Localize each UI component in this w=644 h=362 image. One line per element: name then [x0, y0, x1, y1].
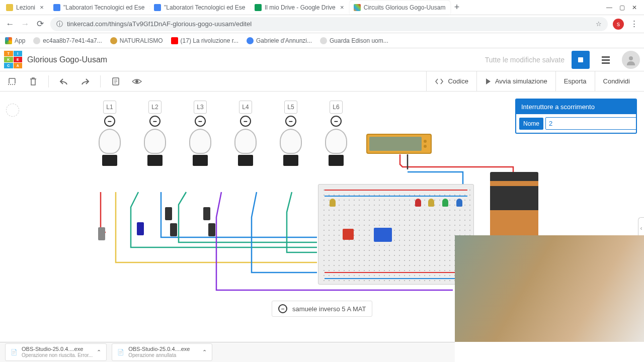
schematic-view-button[interactable] — [597, 51, 615, 69]
bulb-l4[interactable]: L4– — [234, 101, 257, 169]
bookmark-item[interactable]: NATURALISMO — [110, 37, 163, 44]
forward-icon[interactable]: → — [20, 19, 30, 29]
window-controls: — ▢ ✕ — [601, 4, 642, 11]
slide-switch-component[interactable] — [170, 223, 177, 236]
download-item[interactable]: 📄 OBS-Studio-25.0.4....exeOperazione non… — [5, 343, 107, 361]
tab-lab2[interactable]: "Laboratori Tecnologici ed Ese × — [150, 1, 251, 15]
tab-title: Circuits Glorious Gogo-Uusam — [364, 4, 446, 11]
bookmark-icon — [110, 37, 117, 44]
multimeter-component[interactable] — [366, 134, 432, 154]
minus-icon[interactable]: – — [195, 116, 206, 127]
bookmark-item[interactable]: ec4aa8b7-7e41-4a7... — [33, 37, 102, 44]
dip-switch-component[interactable] — [374, 228, 392, 242]
notes-icon[interactable] — [110, 75, 122, 87]
profile-avatar[interactable]: s — [613, 19, 624, 30]
menu-icon[interactable]: ⋮ — [629, 19, 639, 29]
owner-annotation[interactable]: – samuele inverso 5 A MAT — [272, 301, 372, 317]
url-input[interactable]: ⓘ tinkercad.com/things/aTv9Gf1DnAF-glori… — [50, 17, 608, 31]
file-icon: 📄 — [117, 349, 124, 355]
export-button[interactable]: Esporta — [555, 71, 595, 92]
slide-switch-component[interactable] — [165, 207, 172, 220]
bookmarks-bar: App ec4aa8b7-7e41-4a7... NATURALISMO (17… — [0, 33, 644, 48]
code-icon — [435, 78, 444, 85]
favicon — [255, 4, 262, 11]
bookmark-item[interactable]: (17) La rivoluzione r... — [171, 37, 238, 44]
close-icon[interactable]: × — [448, 4, 450, 11]
breadboard-component[interactable] — [318, 184, 474, 285]
separator — [48, 75, 49, 87]
property-panel: Interruttore a scorrimento Nome — [515, 99, 637, 134]
svg-rect-2 — [602, 59, 610, 61]
chip-icon — [576, 55, 585, 64]
minus-icon[interactable]: – — [104, 116, 115, 127]
close-window-icon[interactable]: ✕ — [632, 4, 637, 11]
dip-switch-component[interactable] — [343, 229, 354, 240]
svg-rect-1 — [602, 56, 610, 58]
code-button[interactable]: Codice — [426, 71, 476, 92]
minimize-icon[interactable]: — — [606, 4, 612, 11]
circuit-canvas[interactable]: L1– L2– L3– L4– L5– L6– 9V Int — [0, 92, 644, 342]
minus-icon[interactable]: – — [240, 116, 251, 127]
tab-drive[interactable]: Il mio Drive - Google Drive × — [251, 1, 350, 15]
components-view-button[interactable] — [572, 51, 590, 69]
pushbutton-component[interactable] — [98, 227, 105, 240]
chevron-up-icon[interactable]: ⌃ — [202, 349, 207, 355]
list-icon — [601, 55, 611, 65]
site-info-icon[interactable]: ⓘ — [56, 20, 63, 29]
svg-rect-0 — [578, 57, 583, 62]
bookmark-item[interactable]: Guarda Edison uom... — [320, 37, 388, 44]
project-name[interactable]: Glorious Gogo-Uusam — [27, 55, 107, 64]
bulb-l2[interactable]: L2– — [143, 101, 167, 169]
close-icon[interactable]: × — [38, 4, 45, 11]
multimeter-screen — [369, 137, 422, 151]
youtube-icon — [171, 37, 178, 44]
led-yellow[interactable] — [428, 199, 434, 207]
chevron-up-icon[interactable]: ⌃ — [97, 349, 101, 355]
favicon — [6, 4, 13, 11]
svg-rect-3 — [602, 62, 610, 64]
downloads-bar: 📄 OBS-Studio-25.0.4....exeOperazione non… — [0, 342, 455, 362]
zoom-to-fit-button[interactable] — [6, 104, 19, 117]
rotate-icon[interactable] — [6, 75, 18, 87]
favicon — [354, 4, 361, 11]
apps-shortcut[interactable]: App — [5, 37, 25, 44]
minus-icon[interactable]: – — [285, 116, 296, 127]
close-icon[interactable]: × — [339, 4, 346, 11]
back-icon[interactable]: ← — [5, 19, 15, 29]
minus-icon[interactable]: – — [149, 116, 160, 127]
user-avatar[interactable] — [622, 51, 640, 69]
slide-switch-component[interactable] — [208, 223, 215, 236]
visibility-icon[interactable] — [131, 75, 143, 87]
bulb-l6[interactable]: L6– — [325, 101, 348, 169]
webcam-overlay — [455, 235, 644, 342]
bulb-l1[interactable]: L1– — [98, 101, 121, 169]
led-green[interactable] — [442, 199, 448, 207]
share-button[interactable]: Condividi — [595, 71, 638, 92]
tab-circuits[interactable]: Circuits Glorious Gogo-Uusam × — [350, 1, 450, 15]
bookmark-item[interactable]: Gabriele d'Annunzi... — [247, 37, 312, 44]
slide-switch-component[interactable] — [203, 207, 210, 220]
tinkercad-logo[interactable]: TI KE CA — [4, 51, 22, 69]
delete-icon[interactable] — [27, 75, 39, 87]
led-yellow[interactable] — [330, 199, 336, 207]
slide-switch-component[interactable] — [137, 222, 144, 235]
led-blue[interactable] — [456, 199, 462, 207]
svg-point-9 — [135, 80, 138, 83]
undo-icon[interactable] — [58, 75, 70, 87]
favicon — [154, 4, 161, 11]
tab-lab1[interactable]: "Laboratori Tecnologici ed Ese × — [49, 1, 150, 15]
redo-icon[interactable] — [79, 75, 91, 87]
bulb-l5[interactable]: L5– — [279, 101, 302, 169]
start-simulation-button[interactable]: Avvia simulazione — [476, 71, 555, 92]
bookmark-star-icon[interactable]: ☆ — [596, 20, 602, 28]
bulb-l3[interactable]: L3– — [189, 101, 212, 169]
app-header: TI KE CA Glorious Gogo-Uusam Tutte le mo… — [0, 48, 644, 71]
new-tab-button[interactable]: + — [454, 2, 460, 13]
led-red[interactable] — [415, 199, 421, 207]
reload-icon[interactable]: ⟳ — [35, 19, 45, 29]
property-name-input[interactable] — [545, 117, 637, 130]
maximize-icon[interactable]: ▢ — [619, 4, 625, 11]
download-item[interactable]: 📄 OBS-Studio-25.0.4....exeOperazione ann… — [112, 343, 212, 361]
tab-lezioni[interactable]: Lezioni × — [2, 1, 49, 15]
minus-icon[interactable]: – — [331, 116, 342, 127]
